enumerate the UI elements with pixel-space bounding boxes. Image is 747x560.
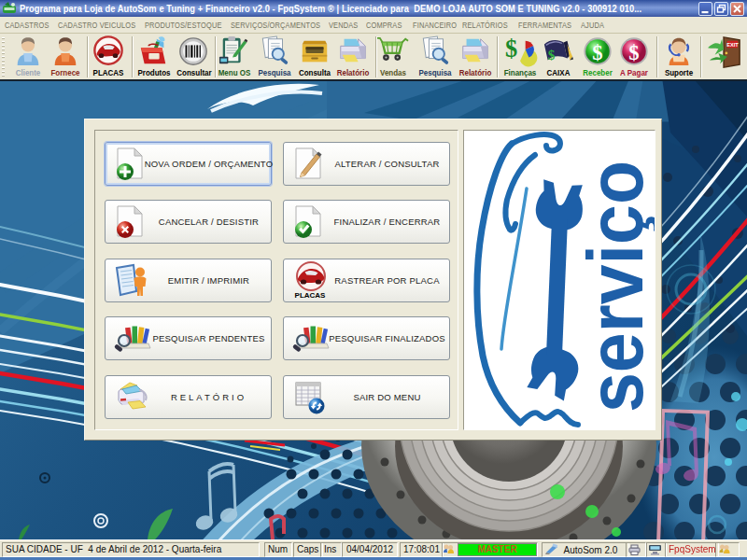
svg-text:$: $: [628, 41, 639, 64]
svg-text:$: $: [505, 35, 517, 63]
svg-text:PLACAS: PLACAS: [295, 291, 327, 300]
svg-text:$: $: [592, 41, 602, 64]
svg-text:$: $: [548, 48, 556, 63]
svg-text:serviço: serviço: [571, 161, 655, 413]
svg-text:EXIT: EXIT: [726, 42, 739, 48]
